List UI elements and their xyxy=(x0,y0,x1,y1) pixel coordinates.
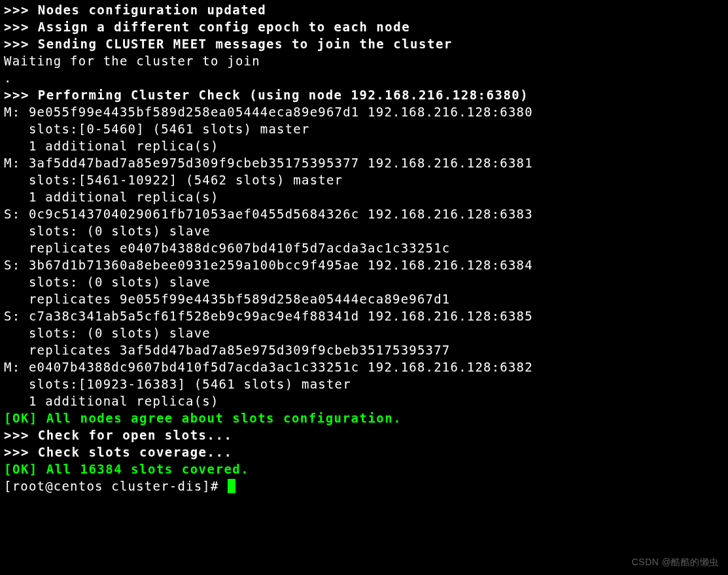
terminal-line: replicates 3af5dd47bad7a85e975d309f9cbeb… xyxy=(4,341,724,358)
terminal-line: slots:[5461-10922] (5462 slots) master xyxy=(4,171,724,188)
terminal-line: [OK] All nodes agree about slots configu… xyxy=(4,409,724,427)
terminal-line: >>> Assign a different config epoch to e… xyxy=(4,18,724,35)
terminal-line: 1 additional replica(s) xyxy=(4,392,724,409)
terminal-line: >>> Check for open slots... xyxy=(4,427,724,444)
terminal-line: slots:[0-5460] (5461 slots) master xyxy=(4,120,724,137)
terminal-line: >>> Performing Cluster Check (using node… xyxy=(4,86,724,103)
terminal-line: . xyxy=(4,69,724,86)
terminal-line: 1 additional replica(s) xyxy=(4,188,724,205)
terminal-line: M: 9e055f99e4435bf589d258ea05444eca89e96… xyxy=(4,103,724,120)
terminal-output[interactable]: >>> Nodes configuration updated>>> Assig… xyxy=(4,1,724,495)
shell-prompt: [root@centos cluster-dis]# xyxy=(4,479,227,493)
terminal-line: replicates 9e055f99e4435bf589d258ea05444… xyxy=(4,290,724,307)
terminal-line: M: e0407b4388dc9607bd410f5d7acda3ac1c332… xyxy=(4,358,724,375)
terminal-line: slots: (0 slots) slave xyxy=(4,222,724,239)
terminal-line: >>> Nodes configuration updated xyxy=(4,1,724,18)
terminal-line: replicates e0407b4388dc9607bd410f5d7acda… xyxy=(4,239,724,256)
terminal-line: S: c7a38c341ab5a5cf61f528eb9c99ac9e4f883… xyxy=(4,307,724,324)
terminal-line: 1 additional replica(s) xyxy=(4,137,724,154)
terminal-line: slots:[10923-16383] (5461 slots) master xyxy=(4,375,724,392)
terminal-line: [OK] All 16384 slots covered. xyxy=(4,461,724,478)
terminal-line: slots: (0 slots) slave xyxy=(4,324,724,341)
terminal-line: S: 3b67d1b71360a8ebee0931e259a100bcc9f49… xyxy=(4,256,724,273)
terminal-line: >>> Check slots coverage... xyxy=(4,444,724,461)
terminal-line: Waiting for the cluster to join xyxy=(4,52,724,69)
terminal-line: S: 0c9c5143704029061fb71053aef0455d56843… xyxy=(4,205,724,222)
cursor xyxy=(228,479,235,493)
terminal-line: slots: (0 slots) slave xyxy=(4,273,724,290)
terminal-line: M: 3af5dd47bad7a85e975d309f9cbeb35175395… xyxy=(4,154,724,171)
shell-prompt-line[interactable]: [root@centos cluster-dis]# xyxy=(4,478,724,495)
terminal-line: >>> Sending CLUSTER MEET messages to joi… xyxy=(4,35,724,52)
watermark-text: CSDN @酷酷的懒虫 xyxy=(632,556,719,568)
